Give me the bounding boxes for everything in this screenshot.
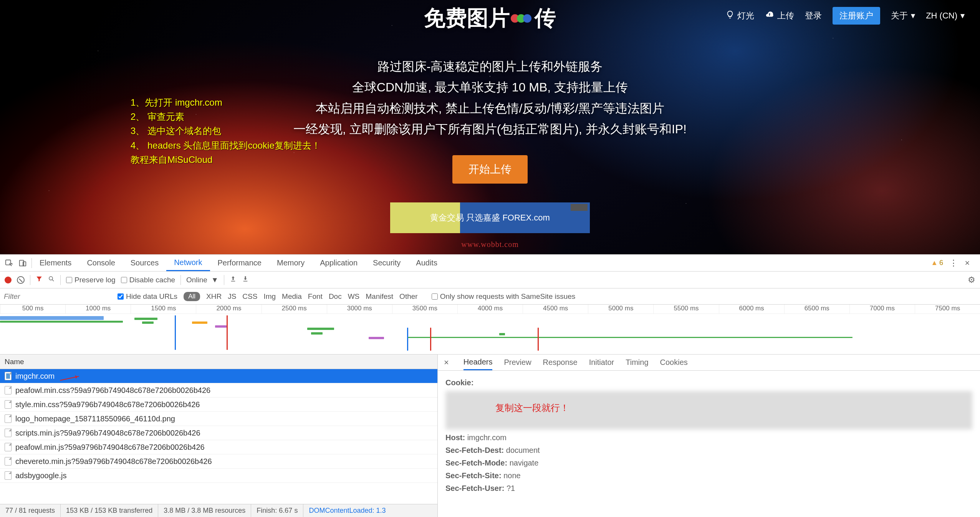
separator	[30, 275, 30, 285]
filter-input[interactable]	[4, 292, 111, 301]
filter-type-doc[interactable]: Doc	[329, 292, 342, 301]
request-name: logo_homepage_1587118550966_46110d.png	[15, 414, 175, 423]
detail-tab-timing[interactable]: Timing	[626, 355, 648, 370]
inspect-element-icon[interactable]	[4, 258, 14, 268]
nav-login[interactable]: 登录	[805, 10, 822, 22]
waterfall-bar	[215, 325, 227, 328]
start-upload-button[interactable]: 开始上传	[452, 155, 528, 184]
detail-tabs: × Headers Preview Response Initiator Tim…	[438, 355, 980, 371]
tick: 7500 ms	[915, 305, 980, 313]
waterfall-bar	[307, 328, 334, 330]
more-menu-icon[interactable]: ⋮	[949, 258, 958, 268]
hero-sub-2: 全球CDN加速, 最大单张支持 10 MB, 支持批量上传	[0, 77, 980, 98]
tab-application[interactable]: Application	[312, 255, 365, 271]
request-row[interactable]: scripts.min.js?59a9796b749048c678e7206b0…	[0, 426, 437, 440]
detail-tab-headers[interactable]: Headers	[464, 355, 493, 370]
filter-type-img[interactable]: Img	[263, 292, 276, 301]
document-icon	[5, 400, 12, 409]
throttling-label: Online	[186, 276, 207, 284]
samesite-checkbox[interactable]: Only show requests with SameSite issues	[432, 292, 576, 301]
filter-type-xhr[interactable]: XHR	[206, 292, 222, 301]
request-row[interactable]: peafowl.min.js?59a9796b749048c678e7206b0…	[0, 440, 437, 454]
request-row[interactable]: chevereto.min.js?59a9796b749048c678e7206…	[0, 454, 437, 469]
header-sec-fetch-site: Sec-Fetch-Site: none	[445, 471, 972, 480]
filter-type-font[interactable]: Font	[308, 292, 323, 301]
header-sfs-value: none	[503, 471, 521, 480]
top-nav: 灯光 上传 登录 注册账户 关于 ▾ ZH (CN) ▾	[726, 7, 965, 25]
close-devtools-icon[interactable]: ×	[962, 258, 972, 268]
preserve-log-checkbox[interactable]: Preserve log	[66, 276, 116, 284]
request-rows[interactable]: imgchr.com peafowl.min.css?59a9796b74904…	[0, 369, 437, 504]
header-host-value: imgchr.com	[467, 433, 507, 442]
cloud-upload-icon	[765, 10, 774, 21]
nav-language[interactable]: ZH (CN) ▾	[926, 11, 965, 21]
nav-about[interactable]: 关于 ▾	[891, 10, 915, 22]
detail-tab-response[interactable]: Response	[543, 355, 578, 370]
samesite-label: Only show requests with SameSite issues	[440, 292, 576, 301]
tab-elements[interactable]: Elements	[32, 255, 79, 271]
nav-register-button[interactable]: 注册账户	[833, 7, 880, 25]
timeline-ticks: 500 ms 1000 ms 1500 ms 2000 ms 2500 ms 3…	[0, 305, 980, 314]
tutorial-line-3: 3、 选中这个域名的包	[131, 124, 321, 138]
device-toolbar-icon[interactable]	[18, 258, 28, 268]
document-icon	[5, 443, 12, 451]
tick: 6000 ms	[719, 305, 784, 313]
download-har-icon[interactable]	[242, 275, 249, 284]
request-row[interactable]: imgchr.com	[0, 369, 437, 383]
name-column-header[interactable]: Name	[0, 355, 437, 369]
filter-type-css[interactable]: CSS	[242, 292, 257, 301]
filter-type-ws[interactable]: WS	[348, 292, 360, 301]
tab-sources[interactable]: Sources	[123, 255, 166, 271]
throttling-select[interactable]: Online ▼	[186, 276, 219, 284]
request-row[interactable]: style.min.css?59a9796b749048c678e7206b00…	[0, 398, 437, 412]
disable-cache-checkbox[interactable]: Disable cache	[121, 276, 175, 284]
request-name: scripts.min.js?59a9796b749048c678e7206b0…	[15, 429, 200, 437]
warnings-count: 6	[939, 259, 943, 267]
request-row[interactable]: adsbygoogle.js	[0, 469, 437, 483]
ad-banner[interactable]: 黄金交易 只选嘉盛 FOREX.com	[390, 202, 590, 233]
tab-audits[interactable]: Audits	[408, 255, 445, 271]
detail-tab-initiator[interactable]: Initiator	[589, 355, 614, 370]
tab-network[interactable]: Network	[166, 255, 210, 271]
filter-type-all[interactable]: All	[184, 292, 200, 301]
detail-tab-cookies[interactable]: Cookies	[660, 355, 688, 370]
headers-body[interactable]: Cookie: 复制这一段就行！ Host: imgchr.com Sec-Fe…	[438, 371, 980, 517]
waterfall-bar	[311, 332, 323, 335]
request-name: chevereto.min.js?59a9796b749048c678e7206…	[15, 457, 212, 466]
filter-type-js[interactable]: JS	[228, 292, 236, 301]
tab-memory[interactable]: Memory	[269, 255, 312, 271]
clear-button[interactable]	[17, 276, 25, 284]
waterfall-bar	[0, 321, 123, 323]
close-detail-icon[interactable]: ×	[441, 358, 452, 368]
status-dcl: DOMContentLoaded: 1.3	[303, 504, 391, 517]
separator	[60, 275, 61, 285]
tab-performance[interactable]: Performance	[210, 255, 270, 271]
request-row[interactable]: peafowl.min.css?59a9796b749048c678e7206b…	[0, 383, 437, 398]
tab-security[interactable]: Security	[365, 255, 408, 271]
filter-type-other[interactable]: Other	[399, 292, 418, 301]
warnings-chip[interactable]: ▲ 6	[931, 259, 943, 267]
timeline-bars	[0, 314, 980, 354]
filter-type-media[interactable]: Media	[282, 292, 302, 301]
nav-about-label: 关于	[891, 10, 908, 22]
request-name: imgchr.com	[15, 372, 55, 381]
upload-har-icon[interactable]	[230, 275, 237, 284]
nav-upload[interactable]: 上传	[765, 10, 794, 22]
waterfall-bar	[499, 333, 505, 335]
tick: 2000 ms	[196, 305, 261, 313]
search-icon[interactable]	[48, 275, 55, 284]
hide-data-urls-checkbox[interactable]: Hide data URLs	[118, 292, 177, 301]
filter-icon[interactable]	[36, 275, 43, 284]
separator	[224, 275, 224, 285]
request-row[interactable]: logo_homepage_1587118550966_46110d.png	[0, 412, 437, 426]
record-button[interactable]	[5, 277, 12, 283]
tab-console[interactable]: Console	[79, 255, 122, 271]
network-timeline[interactable]: 500 ms 1000 ms 1500 ms 2000 ms 2500 ms 3…	[0, 305, 980, 355]
settings-gear-icon[interactable]: ⚙	[968, 275, 975, 285]
document-icon	[5, 386, 12, 394]
nav-light[interactable]: 灯光	[726, 10, 754, 22]
nav-upload-label: 上传	[777, 10, 794, 22]
nav-language-label: ZH (CN)	[926, 11, 957, 21]
filter-type-manifest[interactable]: Manifest	[366, 292, 393, 301]
detail-tab-preview[interactable]: Preview	[504, 355, 531, 370]
